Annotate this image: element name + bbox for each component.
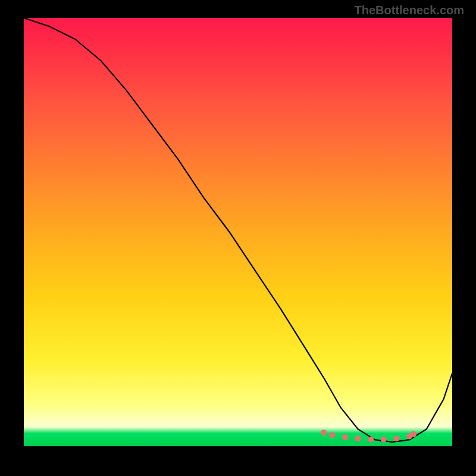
marker-dot bbox=[329, 432, 335, 438]
plot-area bbox=[24, 18, 452, 446]
chart-svg bbox=[24, 18, 452, 446]
marker-dot bbox=[355, 436, 361, 441]
bottleneck-curve bbox=[24, 18, 452, 442]
marker-dot bbox=[342, 434, 348, 440]
marker-dot bbox=[368, 437, 374, 443]
marker-dot bbox=[411, 431, 416, 437]
marker-dot bbox=[321, 430, 327, 436]
watermark-text: TheBottleneck.com bbox=[355, 4, 464, 17]
marker-dot bbox=[381, 437, 387, 443]
marker-dot bbox=[393, 436, 399, 441]
